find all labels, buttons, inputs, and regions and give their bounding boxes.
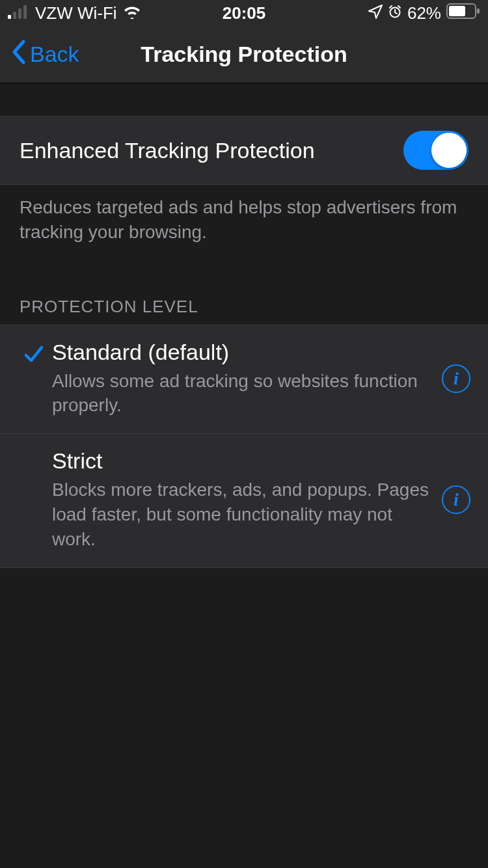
status-right: 62% — [368, 3, 480, 23]
status-left: VZW Wi-Fi — [8, 3, 142, 23]
battery-percent: 62% — [407, 3, 441, 23]
svg-rect-0 — [8, 15, 11, 19]
option-strict-title: Strict — [52, 448, 429, 474]
option-strict[interactable]: Strict Blocks more trackers, ads, and po… — [0, 433, 488, 567]
svg-rect-1 — [13, 12, 16, 19]
enhanced-tracking-toggle[interactable] — [403, 131, 468, 170]
battery-icon — [446, 3, 480, 23]
status-time: 20:05 — [223, 3, 266, 23]
back-label: Back — [30, 42, 79, 67]
enhanced-tracking-description: Reduces targeted ads and helps stop adve… — [0, 185, 488, 263]
nav-bar: Back Tracking Protection — [0, 26, 488, 83]
location-icon — [368, 3, 383, 23]
svg-rect-2 — [18, 8, 21, 19]
option-standard-desc: Allows some ad tracking so websites func… — [52, 369, 429, 418]
enhanced-tracking-row[interactable]: Enhanced Tracking Protection — [0, 116, 488, 185]
checkmark-icon — [22, 342, 46, 368]
info-icon[interactable]: i — [442, 485, 470, 514]
check-column — [16, 448, 52, 451]
svg-rect-7 — [477, 8, 480, 14]
spacer — [0, 83, 488, 116]
chevron-left-icon — [10, 39, 26, 70]
svg-rect-3 — [23, 5, 27, 19]
back-button[interactable]: Back — [0, 39, 79, 70]
enhanced-tracking-label: Enhanced Tracking Protection — [20, 138, 315, 163]
option-body: Strict Blocks more trackers, ads, and po… — [52, 448, 440, 551]
carrier-label: VZW Wi-Fi — [35, 3, 117, 23]
info-icon[interactable]: i — [442, 364, 470, 393]
status-bar: VZW Wi-Fi 20:05 62% — [0, 0, 488, 26]
check-column — [16, 340, 52, 368]
svg-rect-6 — [449, 6, 465, 16]
toggle-knob — [431, 133, 467, 168]
cellular-signal-icon — [8, 3, 30, 23]
alarm-icon — [388, 3, 402, 23]
option-strict-desc: Blocks more trackers, ads, and popups. P… — [52, 478, 429, 551]
protection-level-header: PROTECTION LEVEL — [0, 263, 488, 325]
page-title: Tracking Protection — [141, 42, 347, 67]
wifi-icon — [122, 3, 142, 23]
option-body: Standard (default) Allows some ad tracki… — [52, 340, 440, 418]
option-standard[interactable]: Standard (default) Allows some ad tracki… — [0, 325, 488, 434]
option-standard-title: Standard (default) — [52, 340, 429, 365]
